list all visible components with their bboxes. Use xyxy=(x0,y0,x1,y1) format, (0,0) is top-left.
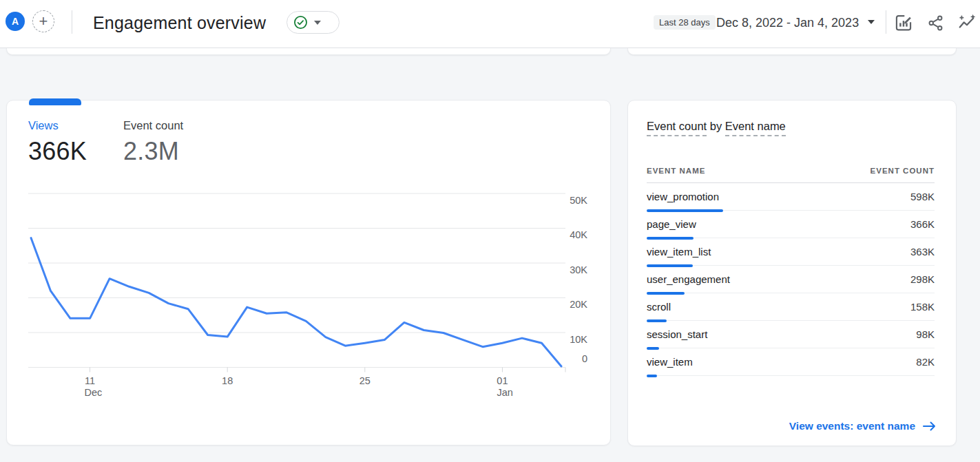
svg-text:25: 25 xyxy=(359,375,371,386)
header-divider-2 xyxy=(886,10,886,34)
svg-text:11: 11 xyxy=(85,375,95,386)
edit-report-icon xyxy=(895,14,913,32)
svg-text:Jan: Jan xyxy=(497,387,512,398)
table-row: scroll158K xyxy=(647,293,935,321)
avatar[interactable]: A xyxy=(6,12,25,31)
table-row: user_engagement298K xyxy=(647,266,935,293)
dimension-selector[interactable]: Event name xyxy=(725,120,786,136)
view-events-link-label: View events: event name xyxy=(789,420,915,432)
views-summary-card: Views 366K Event count 2.3M 50K40K30K20K… xyxy=(6,100,611,445)
app-header: A + Engagement overview Last 28 days Dec… xyxy=(0,0,980,48)
date-range-selector[interactable]: Dec 8, 2022 - Jan 4, 2023 xyxy=(716,16,859,30)
event-count: 98K xyxy=(916,328,935,340)
column-event-count: EVENT COUNT xyxy=(870,167,935,175)
card-title: Event count by Event name xyxy=(647,120,786,133)
svg-text:30K: 30K xyxy=(570,264,587,275)
event-name: view_item_list xyxy=(647,246,711,258)
scrolled-card-bottom-right xyxy=(627,48,957,55)
selected-tab-indicator xyxy=(29,98,81,105)
table-row: view_item82K xyxy=(647,348,935,376)
event-name: session_start xyxy=(647,328,707,340)
views-line-chart: 50K40K30K20K10K011Dec182501Jan xyxy=(28,187,592,403)
date-range-caret-icon[interactable] xyxy=(868,20,875,24)
tab-event-count-label: Event count xyxy=(123,119,183,132)
event-count: 298K xyxy=(910,273,935,285)
table-row: view_item_list363K xyxy=(647,238,935,266)
page-title: Engagement overview xyxy=(93,13,266,33)
event-name: page_view xyxy=(647,218,696,230)
tab-views[interactable]: Views 366K xyxy=(28,119,87,166)
date-range-badge: Last 28 days xyxy=(654,15,716,30)
view-events-link[interactable]: View events: event name xyxy=(789,420,936,432)
event-count-bar xyxy=(647,375,657,377)
event-name: view_promotion xyxy=(647,191,719,202)
svg-text:Dec: Dec xyxy=(85,387,103,398)
events-table-body: view_promotion598Kpage_view366Kview_item… xyxy=(647,183,935,376)
tab-event-count[interactable]: Event count 2.3M xyxy=(123,119,183,166)
metric-selector[interactable]: Event count xyxy=(647,120,707,136)
insights-button[interactable] xyxy=(956,12,978,34)
event-count-card: Event count by Event name EVENT NAME EVE… xyxy=(627,100,957,446)
table-row: view_promotion598K xyxy=(647,183,935,211)
event-count: 366K xyxy=(910,218,935,230)
svg-text:10K: 10K xyxy=(570,334,587,345)
svg-text:18: 18 xyxy=(222,375,233,386)
add-comparison-button[interactable]: + xyxy=(32,10,54,32)
report-status-check-icon xyxy=(293,15,308,30)
svg-text:40K: 40K xyxy=(570,229,587,240)
svg-text:20K: 20K xyxy=(570,299,587,310)
svg-text:50K: 50K xyxy=(570,195,587,206)
event-count: 82K xyxy=(916,356,935,368)
tab-views-label: Views xyxy=(28,119,87,132)
report-status-dropdown[interactable] xyxy=(286,11,340,34)
plus-icon: + xyxy=(39,12,48,31)
tab-views-value: 366K xyxy=(28,137,87,166)
table-row: page_view366K xyxy=(647,211,935,238)
tab-event-count-value: 2.3M xyxy=(123,137,183,166)
insights-icon xyxy=(958,14,976,32)
chevron-down-icon xyxy=(314,21,321,25)
svg-text:01: 01 xyxy=(497,375,508,386)
column-event-name: EVENT NAME xyxy=(647,167,705,175)
event-count: 598K xyxy=(910,191,935,202)
share-button[interactable] xyxy=(924,12,946,34)
table-header: EVENT NAME EVENT COUNT xyxy=(647,167,935,175)
event-name: user_engagement xyxy=(647,273,730,285)
arrow-right-icon xyxy=(923,421,936,431)
scrolled-card-bottom-left xyxy=(6,48,611,55)
title-connector: by xyxy=(707,120,725,132)
table-row: session_start98K xyxy=(647,321,935,348)
header-divider xyxy=(72,10,72,34)
event-name: view_item xyxy=(647,356,693,368)
event-name: scroll xyxy=(647,301,671,313)
event-count: 363K xyxy=(910,246,935,258)
event-count: 158K xyxy=(910,301,935,313)
svg-text:0: 0 xyxy=(582,353,587,364)
share-icon xyxy=(927,14,944,32)
edit-report-button[interactable] xyxy=(893,12,915,34)
